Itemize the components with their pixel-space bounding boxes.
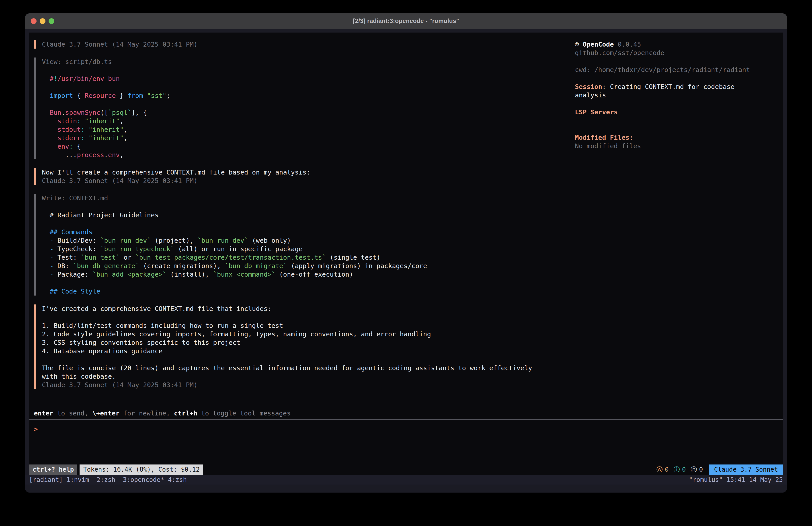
chat-line: 3. CSS styling conventions specific to t… xyxy=(42,338,573,347)
zoom-button[interactable] xyxy=(48,18,54,24)
chat-line xyxy=(42,313,573,322)
diagnostic-icon: ⓦ xyxy=(656,465,663,475)
chat-line: View: script/db.ts xyxy=(42,57,573,66)
chat-line: 4. Database operations guidance xyxy=(42,347,573,355)
diagnostic-count: 0 xyxy=(665,465,669,475)
diagnostic-ⓦ-count: ⓦ0 xyxy=(656,465,669,475)
diagnostic-count: 0 xyxy=(699,465,703,475)
diagnostics-counters: ⓦ0ⓘ0ⓗ0 xyxy=(656,465,703,475)
sidebar-line xyxy=(575,116,783,125)
close-button[interactable] xyxy=(31,18,37,24)
tmux-session-clock: "romulus" 15:41 14-May-25 xyxy=(689,476,783,483)
chat-block-message-0: Claude 3.7 Sonnet (14 May 2025 03:41 PM) xyxy=(34,40,573,48)
opencode-tui: Claude 3.7 Sonnet (14 May 2025 03:41 PM)… xyxy=(29,32,783,475)
sidebar-line xyxy=(575,125,783,133)
chat-line xyxy=(42,279,573,287)
chat-block-message-2: Now I'll create a comprehensive CONTEXT.… xyxy=(34,168,573,185)
sidebar-line: Modified Files: xyxy=(575,133,783,142)
chat-row: Claude 3.7 Sonnet (14 May 2025 03:41 PM)… xyxy=(29,32,783,409)
chat-line xyxy=(42,355,573,364)
sidebar-line: © OpenCode 0.0.45 xyxy=(575,40,783,48)
terminal-window: [2/3] radiant:3:opencode - "romulus" Cla… xyxy=(25,13,787,493)
chat-line: The file is concise (20 lines) and captu… xyxy=(42,364,573,372)
chat-line: - DB: `bun db generate` (create migratio… xyxy=(42,262,573,270)
minimize-button[interactable] xyxy=(40,18,45,24)
chat-line xyxy=(42,202,573,211)
chat-line: - Test: `bun test` or `bun test packages… xyxy=(42,253,573,262)
chat-line: #!/usr/bin/env bun xyxy=(42,74,573,83)
sidebar-line: LSP Servers xyxy=(575,108,783,116)
chat-line xyxy=(42,66,573,74)
help-shortcut-badge: ctrl+? help xyxy=(29,465,77,475)
chat-line: stdout: "inherit", xyxy=(42,125,573,134)
sidebar-line: analysis xyxy=(575,91,783,99)
chat-line: ## Code Style xyxy=(42,287,573,296)
chat-line: Claude 3.7 Sonnet (14 May 2025 03:41 PM) xyxy=(42,40,573,48)
tokens-cost-badge: Tokens: 16.4K (8%), Cost: $0.12 xyxy=(79,465,203,475)
chat-line: ...process.env, xyxy=(42,151,573,159)
traffic-lights xyxy=(31,13,54,29)
sidebar-line: github.com/sst/opencode xyxy=(575,48,783,57)
model-badge: Claude 3.7 Sonnet xyxy=(709,465,783,475)
chat-line: Now I'll create a comprehensive CONTEXT.… xyxy=(42,168,573,176)
window-titlebar[interactable]: [2/3] radiant:3:opencode - "romulus" xyxy=(25,13,787,29)
diagnostic-ⓗ-count: ⓗ0 xyxy=(691,465,703,475)
sidebar-line xyxy=(575,57,783,66)
chat-line: stderr: "inherit", xyxy=(42,134,573,142)
chat-line: import { Resource } from "sst"; xyxy=(42,91,573,100)
chat-line: 2. Code style guidelines covering import… xyxy=(42,330,573,338)
chat-line: env: { xyxy=(42,142,573,151)
chat-line: 1. Build/lint/test commands including ho… xyxy=(42,322,573,330)
chat-line: Bun.spawnSync([`psql`], { xyxy=(42,108,573,117)
chat-line: with this codebase. xyxy=(42,372,573,381)
diagnostic-icon: ⓘ xyxy=(673,465,680,475)
sidebar-line xyxy=(575,99,783,108)
chat-line xyxy=(42,100,573,108)
chat-block-tool-3: Write: CONTEXT.md # Radiant Project Guid… xyxy=(34,194,573,296)
chat-line xyxy=(42,219,573,228)
window-title: [2/3] radiant:3:opencode - "romulus" xyxy=(353,18,459,25)
chat-line: Claude 3.7 Sonnet (14 May 2025 03:41 PM) xyxy=(42,176,573,185)
sidebar-line xyxy=(575,74,783,83)
chat-block-tool-1: View: script/db.ts #!/usr/bin/env bun im… xyxy=(34,57,573,159)
window-bottom-padding xyxy=(25,485,787,493)
chat-line: # Radiant Project Guidelines xyxy=(42,211,573,219)
diagnostic-ⓘ-count: ⓘ0 xyxy=(673,465,686,475)
opencode-status-bar: ctrl+? help Tokens: 16.4K (8%), Cost: $0… xyxy=(29,465,783,475)
chat-line: ## Commands xyxy=(42,228,573,236)
chat-line: - Package: `bun add <package>` (install)… xyxy=(42,270,573,279)
chat-line: I've created a comprehensive CONTEXT.md … xyxy=(42,304,573,313)
sidebar-line: cwd: /home/thdxr/dev/projects/radiant/ra… xyxy=(575,66,783,74)
diagnostic-count: 0 xyxy=(682,465,686,475)
chat-block-message-4: I've created a comprehensive CONTEXT.md … xyxy=(34,304,573,389)
chat-line: Write: CONTEXT.md xyxy=(42,194,573,202)
diagnostic-icon: ⓗ xyxy=(691,465,697,475)
tmux-status-bar: [radiant] 1:nvim 2:zsh- 3:opencode* 4:zs… xyxy=(25,475,787,485)
chat-line: stdin: "inherit", xyxy=(42,117,573,125)
keybinding-help-line: enter to send, \+enter for newline, ctrl… xyxy=(29,409,783,417)
message-input[interactable]: > xyxy=(29,420,783,465)
chat-line: Claude 3.7 Sonnet (14 May 2025 03:41 PM) xyxy=(42,381,573,389)
chat-scroll-area[interactable]: Claude 3.7 Sonnet (14 May 2025 03:41 PM)… xyxy=(34,40,575,409)
tmux-window-list[interactable]: [radiant] 1:nvim 2:zsh- 3:opencode* 4:zs… xyxy=(29,476,187,483)
status-bar-spacer xyxy=(203,465,656,475)
chat-line xyxy=(42,83,573,91)
sidebar-line: No modified files xyxy=(575,142,783,150)
chat-line: - Build/Dev: `bun run dev` (project), `b… xyxy=(42,236,573,245)
prompt-symbol: > xyxy=(34,425,38,433)
sidebar-line: Session: Creating CONTEXT.md for codebas… xyxy=(575,83,783,91)
session-sidebar: © OpenCode 0.0.45github.com/sst/opencode… xyxy=(575,40,783,409)
chat-line: - TypeCheck: `bun run typecheck` (all) o… xyxy=(42,245,573,253)
